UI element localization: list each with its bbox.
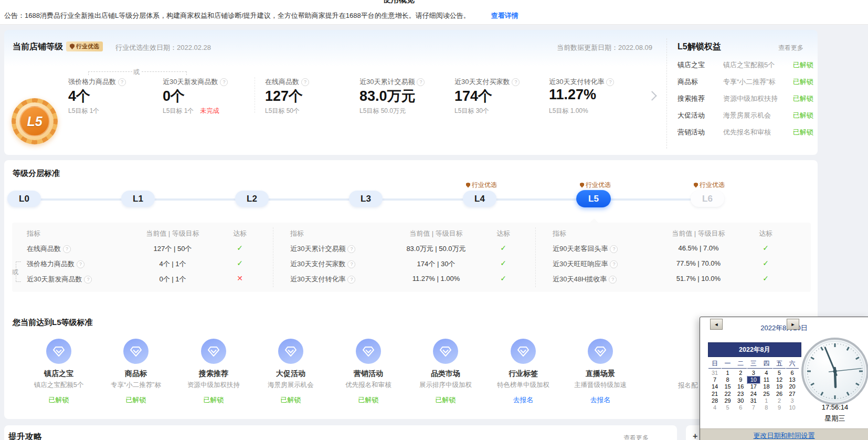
calendar-day[interactable]: 7 [747, 404, 760, 411]
level-pill-l3[interactable]: L3 [349, 191, 383, 207]
calendar-day[interactable]: 2 [773, 397, 786, 404]
calendar-day[interactable]: 5 [773, 370, 786, 376]
calendar-day[interactable]: 27 [786, 391, 799, 397]
industry-pick-label: 行业优选 [580, 181, 611, 190]
calendar-day[interactable]: 25 [760, 391, 772, 397]
calendar-day[interactable]: 16 [734, 383, 747, 390]
calendar-day[interactable]: 4 [760, 370, 772, 376]
announcement-text: 公告：1688消费品行业全新推出店铺L等级分层体系，构建商家权益和店铺诊断/提升… [4, 12, 470, 19]
calendar-day[interactable]: 30 [734, 397, 747, 404]
expand-metrics-chevron[interactable] [647, 91, 657, 100]
fail-cross-icon: ✕ [232, 274, 248, 282]
help-icon[interactable]: ? [84, 276, 92, 284]
calendar-day[interactable]: 20 [786, 383, 799, 390]
calendar-day[interactable]: 14 [708, 383, 721, 390]
unlock-panel-more-link[interactable]: 查看更多 [778, 44, 803, 53]
benefit-desc: 资源中级加权扶持 [169, 381, 258, 390]
calendar-day[interactable]: 18 [760, 383, 772, 390]
table-row-value: 0个 | 1个 [115, 275, 230, 284]
calendar-prev-button[interactable]: ◄ [710, 319, 723, 330]
calendar-day[interactable]: 8 [722, 376, 734, 383]
benefit-signup-link[interactable]: 去报名 [558, 395, 642, 405]
calendar-day[interactable]: 9 [734, 376, 747, 383]
calendar-day[interactable]: 31 [747, 397, 760, 404]
metrics-divider [255, 77, 255, 113]
calendar-day[interactable]: 1 [722, 370, 734, 376]
calendar-day[interactable]: 19 [773, 383, 786, 390]
calendar-day[interactable]: 31 [708, 370, 721, 376]
gem-icon [123, 339, 149, 364]
benefit-name: 商品标 [94, 369, 178, 379]
panel-benefit-desc: 资源中级加权扶持 [723, 94, 778, 103]
gem-icon [588, 339, 613, 364]
calendar-weekday: 一 [722, 359, 734, 369]
calendar-day[interactable]: 3 [786, 397, 799, 404]
calendar-day[interactable]: 29 [722, 397, 734, 404]
metric-label: 强价格力商品数? [68, 77, 126, 87]
calendar-day[interactable]: 26 [773, 391, 786, 397]
table-row-label: 近30天支付转化率? [290, 275, 355, 284]
calendar-day[interactable]: 28 [708, 397, 721, 404]
calendar-day[interactable]: 22 [722, 391, 734, 397]
help-icon[interactable]: ? [301, 78, 309, 86]
panel-benefit-name: 镇店之宝 [678, 60, 705, 70]
strategy-more-link[interactable]: 查看更多 [623, 434, 649, 440]
level-pill-l4[interactable]: L4 [463, 191, 496, 207]
help-icon[interactable]: ? [609, 276, 617, 284]
calendar-day-selected[interactable]: 10 [747, 376, 760, 383]
level-pill-l0[interactable]: L0 [7, 191, 41, 207]
help-icon[interactable]: ? [610, 260, 618, 268]
benefit-name: 行业标签 [481, 369, 565, 379]
help-icon[interactable]: ? [347, 260, 355, 268]
calendar-day[interactable]: 9 [773, 404, 786, 411]
calendar-day[interactable]: 15 [722, 383, 734, 390]
benefit-desc: 海景房展示机会 [246, 381, 335, 390]
calendar-day[interactable]: 23 [734, 391, 747, 397]
help-icon[interactable]: ? [77, 260, 84, 268]
table-header-value: 当前值 | 等级目标 [115, 229, 230, 238]
calendar-day[interactable]: 4 [708, 404, 721, 411]
calendar-day[interactable]: 6 [734, 404, 747, 411]
panel-benefit-name: 营销活动 [678, 128, 705, 137]
calendar-day[interactable]: 1 [760, 397, 772, 404]
metric-goal-label: L5目标 [549, 107, 570, 114]
help-icon[interactable]: ? [118, 78, 126, 86]
help-icon[interactable]: ? [347, 276, 355, 284]
calendar-day[interactable]: 6 [786, 370, 799, 376]
panel-benefit-name: 大促活动 [678, 111, 705, 120]
calendar-day[interactable]: 21 [708, 391, 721, 397]
calendar-day[interactable]: 12 [773, 376, 786, 383]
calendar-day[interactable]: 5 [722, 404, 734, 411]
benefit-signup-link[interactable]: 去报名 [481, 395, 565, 405]
calendar-day[interactable]: 17 [747, 383, 760, 390]
calendar-next-button[interactable]: ► [787, 319, 799, 330]
level-pill-l5[interactable]: L5 [576, 190, 611, 207]
help-icon[interactable]: ? [63, 245, 71, 253]
calendar-day[interactable]: 11 [760, 376, 772, 383]
help-icon[interactable]: ? [347, 245, 355, 253]
calendar-day[interactable]: 8 [760, 404, 772, 411]
level-pill-l6[interactable]: L6 [691, 191, 724, 207]
level-pill-l2[interactable]: L2 [235, 191, 269, 207]
calendar-day[interactable]: 3 [747, 370, 760, 376]
calendar-day[interactable]: 7 [708, 376, 721, 383]
page: 使用概览 公告：1688消费品行业全新推出店铺L等级分层体系，构建商家权益和店铺… [0, 0, 868, 440]
calendar-day[interactable]: 10 [786, 404, 799, 411]
help-icon[interactable]: ? [606, 78, 614, 86]
help-icon[interactable]: ? [610, 245, 618, 253]
industry-pick-badge-label: 行业优选 [76, 43, 99, 50]
help-icon[interactable]: ? [417, 78, 425, 86]
calendar-day[interactable]: 2 [734, 370, 747, 376]
benefit-name: 大促活动 [249, 369, 333, 379]
change-datetime-link[interactable]: 更改日期和时间设置 [754, 431, 815, 440]
calendar-day[interactable]: 13 [786, 376, 799, 383]
calendar-day[interactable]: 24 [747, 391, 760, 397]
level-pill-l1[interactable]: L1 [121, 191, 155, 207]
gem-icon [278, 339, 303, 364]
pass-check-icon: ✓ [758, 274, 774, 282]
announcement-detail-link[interactable]: 查看详情 [491, 12, 518, 19]
help-icon[interactable]: ? [512, 78, 520, 86]
panel-benefit-status: 已解锁 [793, 111, 813, 120]
metric-goal: L5目标 50.0万元 [359, 107, 406, 116]
help-icon[interactable]: ? [220, 78, 228, 86]
